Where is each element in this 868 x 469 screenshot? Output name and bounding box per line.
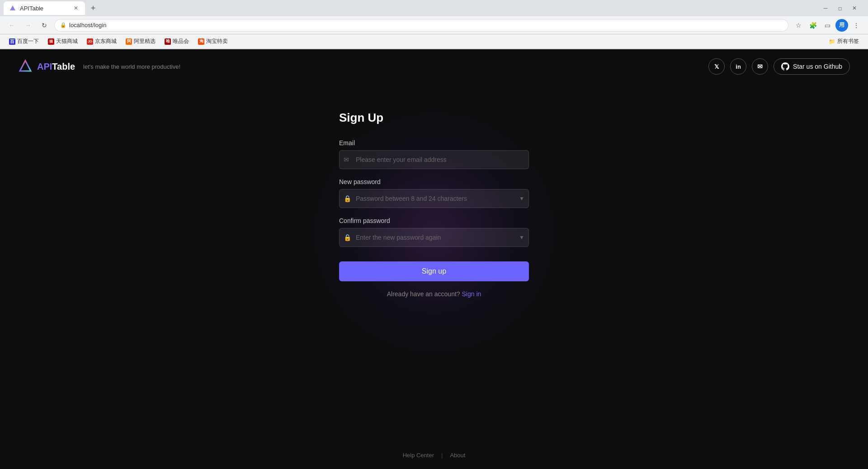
window-minimize[interactable]: ─ <box>819 2 832 14</box>
github-icon <box>781 62 789 71</box>
email-input-wrapper: ✉ <box>339 150 529 169</box>
new-password-input[interactable] <box>339 189 529 208</box>
logo-icon <box>18 59 33 74</box>
bookmark-jd[interactable]: JD 京东商城 <box>83 37 120 46</box>
email-input[interactable] <box>339 150 529 169</box>
bookmark-baidu-label: 百度一下 <box>17 38 39 45</box>
logo-table: Table <box>52 62 75 71</box>
window-restore[interactable]: ◻ <box>834 2 846 14</box>
reload-button[interactable]: ↻ <box>38 19 51 32</box>
logo-tagline: let's make the world more productive! <box>83 63 180 70</box>
already-account-text: Already have an account? <box>387 290 460 298</box>
signin-link[interactable]: Sign in <box>462 290 481 298</box>
bookmarks-folder-button[interactable]: 📁 所有书签 <box>825 37 863 46</box>
header-right: 𝕏 in ✉ Star us on Github <box>708 58 850 75</box>
url-text: localhost/login <box>69 22 106 28</box>
browser-chrome: APITable ✕ + ─ ◻ ✕ ← → ↻ 🔒 localhost/log… <box>0 0 868 49</box>
new-password-label: New password <box>339 178 529 185</box>
email-button[interactable]: ✉ <box>752 58 768 75</box>
extension-button[interactable]: 🧩 <box>807 19 819 32</box>
folder-label: 所有书签 <box>837 38 859 45</box>
new-tab-button[interactable]: + <box>87 2 99 14</box>
new-password-input-wrapper: 🔒 ▼ <box>339 189 529 208</box>
bookmark-tianmao[interactable]: 猫 天猫商城 <box>44 37 81 46</box>
logo-text: APITable <box>37 62 75 72</box>
app-container: APITable let's make the world more produ… <box>0 49 868 469</box>
bookmarks-bar: 百 百度一下 猫 天猫商城 JD 京东商城 阿 阿里精选 唯 唯品会 淘 淘宝特… <box>0 34 868 49</box>
bookmark-jd-icon: JD <box>87 38 93 45</box>
new-password-form-group: New password 🔒 ▼ <box>339 178 529 208</box>
confirm-password-label: Confirm password <box>339 217 529 224</box>
security-icon: 🔒 <box>60 22 66 28</box>
bookmark-tianmao-icon: 猫 <box>48 38 54 45</box>
twitter-button[interactable]: 𝕏 <box>708 58 725 75</box>
address-bar: ← → ↻ 🔒 localhost/login ☆ 🧩 ▭ 用 ⋮ <box>0 16 868 34</box>
bookmark-vipshop-icon: 唯 <box>165 38 171 45</box>
svg-marker-2 <box>20 61 31 71</box>
folder-icon: 📁 <box>829 38 835 45</box>
bookmark-baidu-icon: 百 <box>9 38 15 45</box>
window-close[interactable]: ✕ <box>848 2 861 14</box>
about-link[interactable]: About <box>450 452 465 459</box>
bookmark-taobao-label: 淘宝特卖 <box>206 38 228 45</box>
bookmark-jd-label: 京东商城 <box>95 38 117 45</box>
bookmark-taobao[interactable]: 淘 淘宝特卖 <box>194 37 231 46</box>
confirm-password-form-group: Confirm password 🔒 ▼ <box>339 217 529 247</box>
bookmark-alibaba[interactable]: 阿 阿里精选 <box>122 37 159 46</box>
app-header: APITable let's make the world more produ… <box>0 49 868 84</box>
tab-close-button[interactable]: ✕ <box>72 5 80 12</box>
github-label: Star us on Github <box>793 63 842 70</box>
tab-title: APITable <box>20 5 69 12</box>
signup-title: Sign Up <box>339 111 529 125</box>
url-bar[interactable]: 🔒 localhost/login <box>54 19 788 32</box>
bookmark-vipshop[interactable]: 唯 唯品会 <box>161 37 193 46</box>
logo-api: API <box>37 62 52 71</box>
tab-bar: APITable ✕ + ─ ◻ ✕ <box>0 0 868 16</box>
help-center-link[interactable]: Help Center <box>403 452 434 459</box>
bookmark-vipshop-label: 唯品会 <box>173 38 189 45</box>
bookmark-alibaba-label: 阿里精选 <box>134 38 156 45</box>
active-tab[interactable]: APITable ✕ <box>4 1 85 15</box>
signin-link-area: Already have an account? Sign in <box>339 290 529 298</box>
bookmark-baidu[interactable]: 百 百度一下 <box>5 37 42 46</box>
github-button[interactable]: Star us on Github <box>774 58 850 75</box>
signup-card: Sign Up Email ✉ New password 🔒 ▼ <box>339 111 529 298</box>
bookmark-button[interactable]: ☆ <box>792 19 805 32</box>
linkedin-button[interactable]: in <box>730 58 746 75</box>
browser-actions: ☆ 🧩 ▭ 用 ⋮ <box>792 19 863 32</box>
email-label: Email <box>339 139 529 147</box>
main-content: Sign Up Email ✉ New password 🔒 ▼ <box>0 84 868 298</box>
confirm-password-input-wrapper: 🔒 ▼ <box>339 228 529 247</box>
app-footer: Help Center | About <box>0 452 868 459</box>
logo-area: APITable let's make the world more produ… <box>18 59 180 74</box>
confirm-password-toggle-icon[interactable]: ▼ <box>519 234 524 241</box>
linkedin-icon: in <box>736 63 741 70</box>
confirm-password-input[interactable] <box>339 228 529 247</box>
twitter-icon: 𝕏 <box>714 63 719 70</box>
signup-button[interactable]: Sign up <box>339 261 529 281</box>
bookmark-tianmao-label: 天猫商城 <box>56 38 78 45</box>
email-icon: ✉ <box>757 63 763 70</box>
menu-button[interactable]: ⋮ <box>850 19 863 32</box>
forward-button[interactable]: → <box>22 19 34 32</box>
bookmarks-right: 📁 所有书签 <box>825 37 863 46</box>
tab-favicon <box>9 5 16 12</box>
profile-button[interactable]: 用 <box>835 19 848 32</box>
bookmark-alibaba-icon: 阿 <box>126 38 132 45</box>
email-form-group: Email ✉ <box>339 139 529 169</box>
password-toggle-icon[interactable]: ▼ <box>519 195 524 202</box>
footer-divider: | <box>441 452 443 459</box>
back-button[interactable]: ← <box>5 19 18 32</box>
sidebar-button[interactable]: ▭ <box>821 19 834 32</box>
bookmark-taobao-icon: 淘 <box>198 38 204 45</box>
